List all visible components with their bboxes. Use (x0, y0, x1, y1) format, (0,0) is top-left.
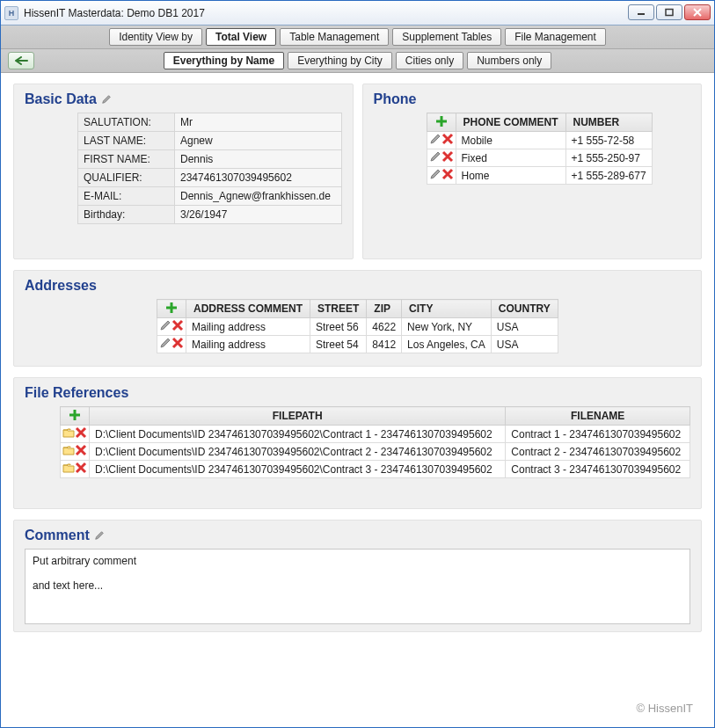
field-value: Dennis (174, 149, 342, 168)
addr-country: USA (491, 336, 558, 353)
edit-icon[interactable] (159, 319, 171, 331)
panel-title-addresses: Addresses (25, 278, 690, 294)
table-row: D:\Client Documents\ID 23474613070394956… (61, 461, 690, 478)
delete-icon[interactable] (441, 133, 454, 145)
field-label: QUALIFIER: (77, 168, 174, 186)
add-phone-icon[interactable] (435, 115, 448, 127)
delete-icon[interactable] (171, 337, 184, 349)
add-file-icon[interactable] (69, 409, 81, 421)
address-table: ADDRESS COMMENT STREET ZIP CITY COUNTRY … (157, 299, 558, 353)
app-icon: H (4, 6, 18, 20)
window-title: HissenIT Masterdata: Demo DB1 2017 (24, 7, 205, 19)
field-value: Mr (174, 113, 342, 131)
col-addr-comment: ADDRESS COMMENT (186, 300, 310, 318)
phone-number: +1 555-72-58 (565, 132, 652, 149)
phone-number: +1 555-250-97 (565, 149, 652, 167)
comment-text[interactable]: Put arbitrary comment and text here... (25, 549, 690, 624)
folder-icon[interactable] (62, 462, 75, 474)
addr-city: Los Angeles, CA (402, 336, 492, 353)
col-addr-country: COUNTRY (491, 300, 558, 318)
main-tab-1[interactable]: Total View (206, 28, 276, 46)
field-label: Birthday: (77, 205, 174, 224)
addr-country: USA (491, 318, 558, 336)
back-button[interactable] (8, 52, 34, 69)
panel-title-phone: Phone (374, 91, 691, 107)
col-addr-city: CITY (402, 300, 492, 318)
folder-icon[interactable] (62, 426, 75, 439)
table-row: Mailing addressStreet 564622New York, NY… (157, 318, 558, 336)
table-row: D:\Client Documents\ID 23474613070394956… (61, 426, 690, 443)
field-value: Dennis_Agnew@frankhissen.de (174, 186, 342, 205)
sub-tab-1[interactable]: Everything by City (288, 52, 392, 69)
file-path: D:\Client Documents\ID 23474613070394956… (90, 443, 506, 461)
field-value: Agnew (174, 131, 342, 149)
sub-tab-3[interactable]: Numbers only (467, 52, 551, 69)
file-path: D:\Client Documents\ID 23474613070394956… (90, 426, 506, 443)
panel-title-comment: Comment (25, 528, 690, 543)
addr-comment: Mailing address (186, 336, 310, 353)
phone-table: PHONE COMMENT NUMBER Mobile+1 555-72-58F… (427, 113, 653, 185)
delete-icon[interactable] (171, 319, 184, 331)
delete-icon[interactable] (75, 426, 87, 439)
edit-icon[interactable] (429, 168, 441, 180)
file-name: Contract 1 - 2347461307039495602 (506, 426, 690, 443)
sub-tab-0[interactable]: Everything by Name (164, 52, 284, 69)
panel-basic-data: Basic Data SALUTATION:MrLAST NAME:AgnewF… (13, 84, 354, 259)
sub-tab-bar: Everything by NameEverything by CityCiti… (1, 49, 714, 73)
field-label: E-MAIL: (77, 186, 174, 205)
col-addr-street: STREET (310, 300, 367, 318)
field-value: 3/26/1947 (174, 205, 342, 224)
field-label: FIRST NAME: (77, 149, 174, 168)
field-label: LAST NAME: (77, 131, 174, 149)
edit-icon[interactable] (429, 150, 441, 163)
main-tab-4[interactable]: File Management (505, 28, 606, 46)
addr-comment: Mailing address (186, 318, 310, 336)
close-button[interactable] (684, 4, 711, 20)
pencil-icon[interactable] (93, 529, 106, 542)
main-tab-bar: Identity View byTotal ViewTable Manageme… (1, 25, 714, 49)
phone-comment: Mobile (456, 132, 565, 149)
file-name: Contract 2 - 2347461307039495602 (506, 443, 690, 461)
main-tab-3[interactable]: Supplement Tables (392, 28, 501, 46)
col-phone-comment: PHONE COMMENT (456, 113, 565, 132)
sub-tab-2[interactable]: Cities only (396, 52, 463, 69)
pencil-icon[interactable] (100, 93, 113, 106)
titlebar: H HissenIT Masterdata: Demo DB1 2017 (1, 1, 714, 25)
file-name: Contract 3 - 2347461307039495602 (506, 461, 690, 478)
phone-comment: Home (456, 167, 565, 185)
add-address-icon[interactable] (165, 302, 178, 314)
col-filename: FILENAME (506, 407, 690, 426)
delete-icon[interactable] (75, 462, 87, 474)
table-row: Mailing addressStreet 548412Los Angeles,… (157, 336, 558, 353)
col-phone-number: NUMBER (565, 113, 652, 132)
panel-addresses: Addresses ADDRESS COMMENT STREET ZIP CIT… (13, 270, 702, 367)
edit-icon[interactable] (429, 133, 441, 145)
table-row: D:\Client Documents\ID 23474613070394956… (61, 443, 690, 461)
addr-zip: 4622 (367, 318, 402, 336)
panel-title-basic-data: Basic Data (25, 91, 342, 107)
footer-text: © HissenIT (1, 693, 714, 727)
table-row: Mobile+1 555-72-58 (427, 132, 652, 149)
delete-icon[interactable] (441, 150, 454, 163)
basic-data-grid: SALUTATION:MrLAST NAME:AgnewFIRST NAME:D… (77, 113, 342, 224)
minimize-button[interactable] (628, 4, 654, 20)
phone-comment: Fixed (456, 149, 565, 167)
table-row: Home+1 555-289-677 (427, 167, 652, 185)
main-tab-2[interactable]: Table Management (280, 28, 389, 46)
addr-zip: 8412 (367, 336, 402, 353)
phone-number: +1 555-289-677 (565, 167, 652, 185)
svg-rect-1 (666, 10, 673, 16)
addr-street: Street 56 (310, 318, 367, 336)
edit-icon[interactable] (159, 337, 171, 349)
addr-street: Street 54 (310, 336, 367, 353)
delete-icon[interactable] (441, 168, 454, 180)
maximize-button[interactable] (656, 4, 682, 20)
table-row: Fixed+1 555-250-97 (427, 149, 652, 167)
folder-icon[interactable] (62, 444, 75, 456)
delete-icon[interactable] (75, 444, 87, 456)
panel-comment: Comment Put arbitrary comment and text h… (13, 520, 702, 632)
content-area: Basic Data SALUTATION:MrLAST NAME:AgnewF… (1, 73, 714, 693)
panel-phone: Phone PHONE COMMENT NUMBER Mobile+1 555-… (362, 84, 703, 259)
field-value: 2347461307039495602 (174, 168, 342, 186)
main-tab-0[interactable]: Identity View by (109, 28, 202, 46)
